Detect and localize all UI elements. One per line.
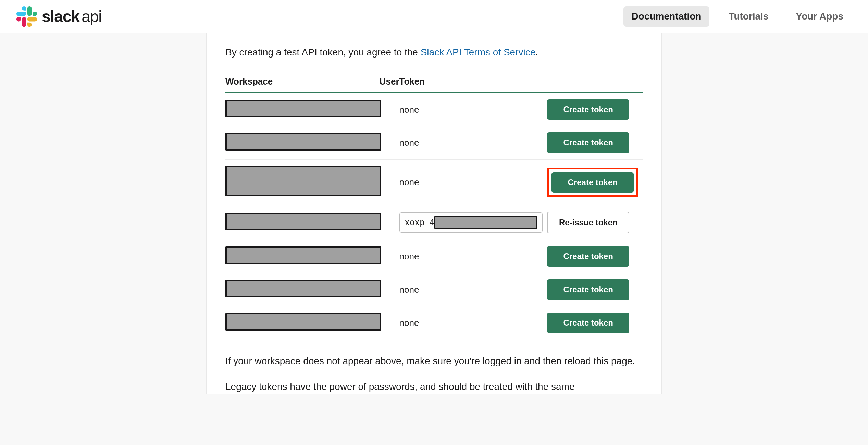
redacted-workspace bbox=[225, 280, 381, 297]
th-user: User bbox=[380, 72, 399, 92]
redacted-workspace bbox=[225, 133, 381, 151]
table-row: noneCreate token bbox=[225, 306, 643, 340]
nav-your-apps[interactable]: Your Apps bbox=[788, 6, 852, 27]
tokens-table: Workspace User Token noneCreate tokennon… bbox=[225, 72, 643, 339]
th-action bbox=[547, 72, 643, 92]
create-token-button[interactable]: Create token bbox=[547, 279, 629, 300]
redacted-workspace bbox=[225, 213, 381, 230]
table-row: xoxp-4Re-issue token bbox=[225, 205, 643, 240]
table-row: noneCreate token bbox=[225, 240, 643, 273]
nav-tutorials[interactable]: Tutorials bbox=[720, 6, 777, 27]
redacted-token bbox=[434, 216, 537, 229]
redacted-workspace bbox=[225, 313, 381, 331]
brand-wordmark: slackapi bbox=[42, 7, 102, 26]
create-token-button[interactable]: Create token bbox=[547, 313, 629, 333]
note-legacy-tokens: Legacy tokens have the power of password… bbox=[225, 380, 643, 394]
token-value: none bbox=[399, 104, 419, 115]
redacted-workspace bbox=[225, 100, 381, 117]
th-workspace: Workspace bbox=[225, 72, 380, 92]
highlighted-action: Create token bbox=[547, 168, 638, 197]
token-value: none bbox=[399, 318, 419, 328]
table-row: noneCreate token bbox=[225, 92, 643, 126]
table-row: noneCreate token bbox=[225, 273, 643, 306]
create-token-button[interactable]: Create token bbox=[547, 99, 629, 120]
token-value: none bbox=[399, 251, 419, 262]
primary-nav: Documentation Tutorials Your Apps bbox=[623, 6, 852, 27]
token-value[interactable]: xoxp-4 bbox=[399, 212, 543, 233]
create-token-button[interactable]: Create token bbox=[547, 246, 629, 267]
tos-link[interactable]: Slack API Terms of Service bbox=[421, 47, 536, 58]
th-token: Token bbox=[399, 72, 547, 92]
note-missing-workspace: If your workspace does not appear above,… bbox=[225, 354, 643, 368]
intro-text: By creating a test API token, you agree … bbox=[225, 47, 643, 58]
redacted-workspace bbox=[225, 166, 381, 196]
create-token-button[interactable]: Create token bbox=[551, 172, 634, 193]
topbar: slackapi Documentation Tutorials Your Ap… bbox=[0, 0, 868, 33]
content-card: By creating a test API token, you agree … bbox=[206, 33, 662, 394]
token-value: none bbox=[399, 284, 419, 295]
table-row: noneCreate token bbox=[225, 126, 643, 160]
token-value: none bbox=[399, 138, 419, 148]
token-value: none bbox=[399, 177, 419, 187]
create-token-button[interactable]: Create token bbox=[547, 132, 629, 153]
slack-logo-icon bbox=[16, 6, 37, 27]
redacted-workspace bbox=[225, 246, 381, 264]
nav-documentation[interactable]: Documentation bbox=[623, 6, 710, 27]
reissue-token-button[interactable]: Re-issue token bbox=[547, 212, 629, 233]
table-row: noneCreate token bbox=[225, 160, 643, 205]
brand[interactable]: slackapi bbox=[16, 6, 102, 27]
